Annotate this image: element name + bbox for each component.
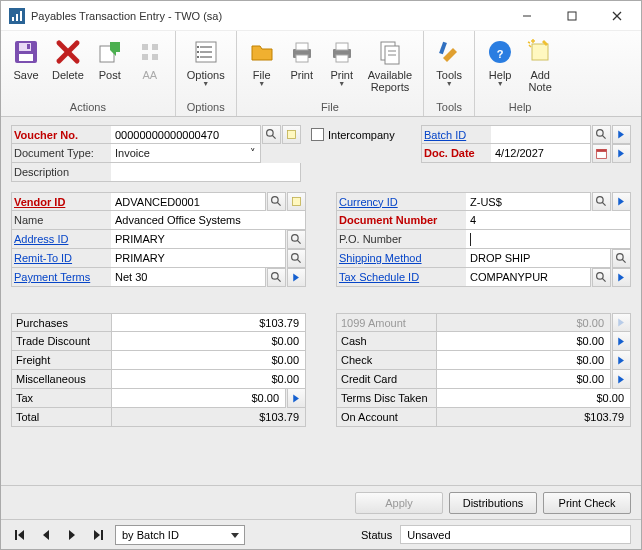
lookup-shipping-button[interactable] (612, 249, 631, 268)
description-field[interactable] (111, 163, 301, 182)
intercompany-checkbox[interactable] (311, 128, 324, 141)
currency-id-field[interactable] (466, 192, 591, 211)
folder-icon (248, 36, 276, 68)
lookup-batch-button[interactable] (592, 125, 611, 144)
tax-schedule-id-field[interactable] (466, 268, 591, 287)
delete-x-icon (54, 36, 82, 68)
payment-terms-field[interactable] (111, 268, 266, 287)
nav-next-button[interactable] (63, 526, 81, 544)
available-reports-button[interactable]: Available Reports (363, 33, 417, 96)
name-field[interactable] (111, 211, 306, 230)
lookup-address-button[interactable] (287, 230, 306, 249)
shipping-method-field[interactable] (466, 249, 611, 268)
payment-terms-label[interactable]: Payment Terms (11, 268, 111, 287)
document-number-field[interactable] (466, 211, 631, 230)
post-button[interactable]: Post (91, 33, 129, 84)
expand-terms-button[interactable] (287, 268, 306, 287)
help-button[interactable]: ? Help ▼ (481, 33, 519, 90)
purchases-value[interactable]: $103.79 (111, 313, 306, 332)
minimize-button[interactable] (504, 2, 549, 30)
button-bar: Apply Distributions Print Check (1, 485, 641, 519)
voucher-no-field[interactable] (111, 125, 261, 144)
nav-first-button[interactable] (11, 526, 29, 544)
tax-value[interactable]: $0.00 (111, 389, 286, 408)
note-vendor-button[interactable] (287, 192, 306, 211)
address-id-field[interactable] (111, 230, 286, 249)
vendor-id-field[interactable] (111, 192, 266, 211)
shipping-method-label[interactable]: Shipping Method (336, 249, 466, 268)
svg-line-61 (602, 278, 605, 281)
post-icon (96, 36, 124, 68)
expand-tax-amount-button[interactable] (287, 389, 306, 408)
nav-prev-button[interactable] (37, 526, 55, 544)
calendar-button[interactable] (592, 144, 611, 163)
save-button[interactable]: Save (7, 33, 45, 84)
expand-date-button[interactable] (612, 144, 631, 163)
tools-button[interactable]: Tools ▼ (430, 33, 468, 90)
remit-to-id-label[interactable]: Remit-To ID (11, 249, 111, 268)
voucher-no-label: Voucher No. (11, 125, 111, 144)
svg-line-48 (277, 202, 280, 205)
print-check-button[interactable]: Print Check (543, 492, 631, 514)
lookup-vendor-button[interactable] (267, 192, 286, 211)
nav-by-select[interactable]: by Batch ID (115, 525, 245, 545)
svg-point-58 (617, 254, 624, 261)
svg-rect-49 (292, 197, 300, 205)
lookup-terms-button[interactable] (267, 268, 286, 287)
terms-disc-value[interactable]: $0.00 (436, 389, 631, 408)
delete-button[interactable]: Delete (47, 33, 89, 84)
print-button-2[interactable]: Print ▼ (323, 33, 361, 90)
terms-disc-label: Terms Disc Taken (336, 389, 436, 408)
file-button[interactable]: File ▼ (243, 33, 281, 90)
svg-rect-30 (336, 43, 348, 50)
lookup-currency-button[interactable] (592, 192, 611, 211)
tax-schedule-id-label[interactable]: Tax Schedule ID (336, 268, 466, 287)
chevron-down-icon: ▼ (338, 81, 345, 87)
remit-to-id-field[interactable] (111, 249, 286, 268)
expand-cash-button[interactable] (612, 332, 631, 351)
nav-last-button[interactable] (89, 526, 107, 544)
chevron-down-icon: ▼ (497, 81, 504, 87)
check-value[interactable]: $0.00 (436, 351, 611, 370)
expand-check-button[interactable] (612, 351, 631, 370)
svg-point-60 (597, 273, 604, 280)
svg-line-53 (297, 259, 300, 262)
lookup-remit-button[interactable] (287, 249, 306, 268)
tools-icon (435, 36, 463, 68)
options-button[interactable]: Options ▼ (182, 33, 230, 90)
doc-date-field[interactable] (491, 144, 591, 163)
svg-line-51 (297, 240, 300, 243)
batch-id-label[interactable]: Batch ID (421, 125, 491, 144)
add-note-button[interactable]: Add Note (521, 33, 559, 96)
total-label: Total (11, 408, 111, 427)
print-button-1[interactable]: Print (283, 33, 321, 84)
lookup-voucher-button[interactable] (262, 125, 281, 144)
distributions-button[interactable]: Distributions (449, 492, 537, 514)
batch-id-field[interactable] (491, 125, 591, 144)
lookup-tax-button[interactable] (592, 268, 611, 287)
maximize-button[interactable] (549, 2, 594, 30)
misc-value[interactable]: $0.00 (111, 370, 306, 389)
credit-card-value[interactable]: $0.00 (436, 370, 611, 389)
status-label: Status (361, 529, 392, 541)
cash-value[interactable]: $0.00 (436, 332, 611, 351)
intercompany-label: Intercompany (328, 129, 395, 141)
expand-currency-button[interactable] (612, 192, 631, 211)
note-voucher-button[interactable] (282, 125, 301, 144)
expand-credit-card-button[interactable] (612, 370, 631, 389)
address-id-label[interactable]: Address ID (11, 230, 111, 249)
svg-rect-42 (287, 130, 295, 138)
close-button[interactable] (594, 2, 639, 30)
expand-1099-button[interactable] (612, 313, 631, 332)
svg-rect-2 (16, 14, 18, 21)
freight-value[interactable]: $0.00 (111, 351, 306, 370)
po-number-field[interactable] (466, 230, 631, 249)
currency-id-label[interactable]: Currency ID (336, 192, 466, 211)
expand-batch-button[interactable] (612, 125, 631, 144)
doc-type-select[interactable]: Invoice ˅ (111, 144, 261, 163)
aa-icon (136, 36, 164, 68)
trade-discount-value[interactable]: $0.00 (111, 332, 306, 351)
vendor-id-label[interactable]: Vendor ID (11, 192, 111, 211)
expand-tax-button[interactable] (612, 268, 631, 287)
status-value: Unsaved (400, 525, 631, 544)
